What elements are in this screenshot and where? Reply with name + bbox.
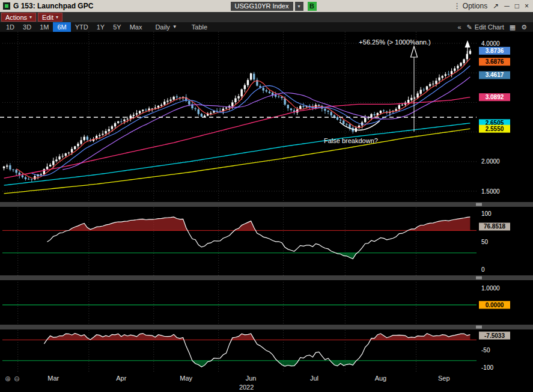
- security-dropdown-icon[interactable]: ▾: [295, 2, 303, 11]
- options-label: Options: [463, 2, 487, 10]
- tab-max[interactable]: Max: [126, 22, 147, 32]
- popout-icon[interactable]: ↗: [493, 2, 499, 10]
- rsi-oversold-fill: [47, 217, 471, 259]
- month-label: Aug: [375, 375, 387, 382]
- options-dots-icon: ⋮: [454, 2, 461, 10]
- month-label: Apr: [116, 375, 126, 382]
- chevron-down-icon: ▾: [29, 14, 32, 20]
- ma-200-line: [4, 129, 471, 194]
- tab-3d[interactable]: 3D: [19, 22, 35, 32]
- axis-tick-label: 1.5000: [481, 188, 500, 195]
- rsi-badge-label: 76.8518: [484, 223, 506, 230]
- oscillator-panel: -50-100-7.5033: [2, 332, 510, 371]
- measure-arrow: [411, 46, 418, 57]
- axis-tick-label: 50: [481, 239, 489, 245]
- maximize-icon[interactable]: □: [515, 2, 519, 10]
- panel-divider[interactable]: [0, 325, 533, 329]
- grid-icon[interactable]: ▦: [510, 23, 516, 31]
- axis-tick-label: -100: [481, 364, 493, 371]
- launchpad-window: G 153: Launchpad GPC USGG10YR Index ▾ B …: [0, 0, 533, 392]
- tab-1d[interactable]: 1D: [2, 22, 19, 32]
- tab-ytd[interactable]: YTD: [71, 22, 93, 32]
- edit-chart-label: Edit Chart: [475, 23, 504, 31]
- month-label: Jun: [246, 375, 257, 382]
- last-price-arrow: [465, 40, 471, 47]
- ma-50-badge-label: 3.0892: [486, 94, 504, 100]
- zoom-out-icon[interactable]: ⊖: [14, 375, 20, 383]
- collapse-icon[interactable]: «: [457, 23, 461, 31]
- month-label: Sep: [438, 375, 450, 382]
- panel-divider[interactable]: [0, 202, 533, 207]
- security-input[interactable]: USGG10YR Index: [231, 2, 293, 11]
- month-label: May: [180, 375, 192, 382]
- tab-1y[interactable]: 1Y: [93, 22, 109, 32]
- frequency-dropdown[interactable]: Daily ▼: [151, 22, 181, 32]
- pencil-icon: ✎: [467, 23, 472, 31]
- osc-overbought-fill: [44, 334, 470, 367]
- menu-bar: Actions ▾ Edit ▾: [0, 12, 533, 22]
- breakdown-annotation-text: False breakdown?: [324, 137, 378, 144]
- annotations: +56.25% (> 1000%ann.)False breakdown?: [324, 38, 471, 144]
- axis-tick-label: 2.0000: [481, 158, 500, 165]
- security-group: USGG10YR Index ▾ B: [231, 2, 317, 11]
- last-price-badge-label: 3.8736: [486, 47, 504, 54]
- close-icon[interactable]: ×: [525, 2, 529, 10]
- minimize-icon[interactable]: ─: [504, 2, 510, 10]
- divider-handle: [476, 203, 482, 206]
- mid-indicator-panel: 1.00000.0000: [2, 285, 510, 308]
- month-label: Mar: [47, 375, 59, 382]
- osc-badge-label: -7.5033: [484, 332, 505, 339]
- app-icon: [3, 2, 10, 10]
- actions-menu-button[interactable]: Actions ▾: [1, 13, 36, 22]
- ma-100-line: [4, 123, 471, 185]
- tab-table[interactable]: Table: [187, 22, 212, 32]
- rsi-panel: 10050076.8518: [2, 210, 510, 273]
- edit-chart-button[interactable]: ✎ Edit Chart: [467, 23, 504, 31]
- divider-handle: [476, 277, 482, 280]
- ma-200-badge-label: 2.5550: [486, 126, 504, 132]
- b-monitor-button[interactable]: B: [308, 2, 317, 11]
- edit-menu-button[interactable]: Edit ▾: [38, 13, 62, 22]
- measure-annotation-text: +56.25% (> 1000%ann.): [359, 38, 430, 46]
- rsi-overbought-fill: [47, 217, 471, 259]
- chart-canvas[interactable]: +56.25% (> 1000%ann.)False breakdown?4.0…: [0, 32, 533, 392]
- chevron-down-icon: ▼: [172, 22, 177, 32]
- gear-icon[interactable]: ⚙: [521, 23, 527, 31]
- title-bar: G 153: Launchpad GPC USGG10YR Index ▾ B …: [0, 0, 533, 12]
- year-label: 2022: [239, 384, 254, 391]
- chevron-down-icon: ▾: [56, 14, 58, 20]
- edit-label: Edit: [42, 14, 53, 21]
- sma-5: [16, 58, 470, 178]
- window-title: G 153: Launchpad GPC: [13, 2, 93, 10]
- divider-handle: [476, 326, 482, 329]
- ma-fast-badge-label: 3.6876: [486, 58, 504, 65]
- actions-label: Actions: [5, 14, 27, 21]
- ma-mid-badge-label: 3.4617: [486, 72, 504, 78]
- options-button[interactable]: ⋮ Options: [454, 2, 487, 10]
- month-label: Jul: [310, 375, 318, 382]
- frequency-label: Daily: [155, 22, 169, 32]
- axis-tick-label: 1.0000: [481, 285, 500, 292]
- range-tab-bar: 1D 3D 1M 6M YTD 1Y 5Y Max Daily ▼ Table …: [0, 22, 533, 32]
- window-controls: ⋮ Options ↗ ─ □ ×: [454, 2, 530, 10]
- axis-tick-label: 100: [481, 210, 492, 217]
- candlesticks: [3, 49, 471, 182]
- tab-5y[interactable]: 5Y: [109, 22, 125, 32]
- tabbar-right-tools: « ✎ Edit Chart ▦ ⚙: [457, 23, 531, 31]
- panel-divider[interactable]: [0, 275, 533, 280]
- mid-badge-label: 0.0000: [486, 302, 504, 308]
- zoom-in-icon[interactable]: ⊕: [5, 375, 11, 383]
- breakdown-arc: [340, 121, 380, 130]
- axis-tick-label: 0: [481, 266, 485, 273]
- axis-tick-label: 4.0000: [481, 40, 500, 47]
- tab-6m[interactable]: 6M: [53, 22, 70, 32]
- axis-tick-label: -50: [481, 347, 490, 354]
- price-axis: 4.00002.00001.50003.87363.68763.46173.08…: [479, 40, 510, 195]
- tab-1m[interactable]: 1M: [35, 22, 53, 32]
- main-price-panel: +56.25% (> 1000%ann.)False breakdown?: [0, 38, 477, 194]
- rsi-line: [47, 217, 471, 259]
- time-axis: MarAprMayJunJulAugSep2022⊕⊖: [5, 375, 450, 391]
